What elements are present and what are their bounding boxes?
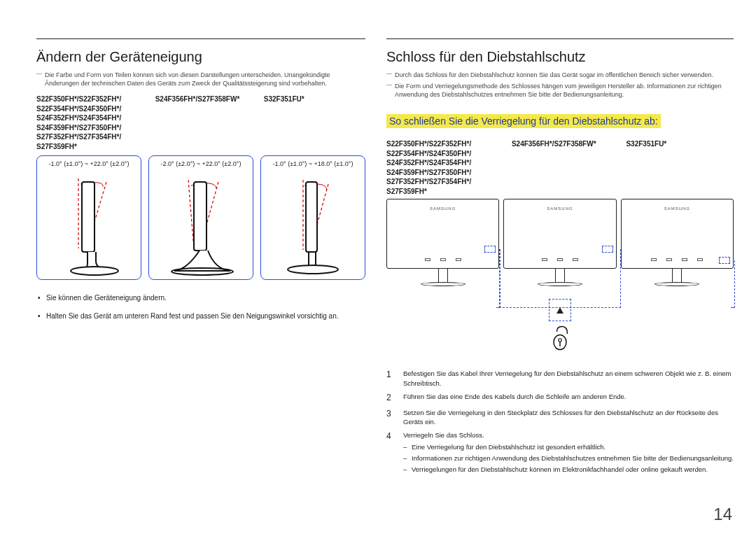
arrow-box — [549, 299, 571, 321]
lock-fig-1: SAMSUNG — [386, 199, 499, 355]
sub-dash-1: Eine Verriegelung für den Diebstahlschut… — [403, 442, 734, 451]
step-text: Führen Sie das eine Ende des Kabels durc… — [403, 392, 734, 404]
brand-logo: SAMSUNG — [504, 206, 615, 211]
tilt-spec-1: -1.0° (±1.0°) ~ +22.0° (±2.0°) — [40, 160, 138, 167]
tilt-bullets: Sie können die Geräteneigung ändern. Hal… — [36, 293, 365, 322]
page-number: 14 — [713, 505, 732, 524]
models-col3: S32F351FU* — [264, 94, 365, 151]
step-number: 4 — [386, 430, 396, 474]
tilt-illustration-icon — [47, 171, 131, 276]
lock-fig-2: SAMSUNG — [503, 199, 616, 355]
ports-icon — [387, 258, 498, 261]
padlock-icon — [550, 325, 570, 355]
tilt-figures-row: -1.0° (±1.0°) ~ +22.0° (±2.0°) -2.0° (±2… — [36, 155, 365, 280]
step-1: 1 Befestigen Sie das Kabel Ihrer Verrieg… — [386, 369, 734, 388]
step-number: 1 — [386, 369, 396, 388]
svg-rect-5 — [309, 252, 316, 266]
right-model-row: S22F350FH*/S22F352FH*/ S22F354FH*/S24F35… — [386, 139, 734, 196]
tilt-illustration-icon — [271, 171, 355, 276]
step-2: 2 Führen Sie das eine Ende des Kabels du… — [386, 392, 734, 404]
svg-rect-4 — [306, 182, 317, 252]
models-col2: S24F356FH*/S27F358FW* — [155, 94, 257, 151]
step-text: Verriegeln Sie das Schloss. Eine Verrieg… — [403, 430, 734, 474]
step-number: 3 — [386, 408, 396, 427]
sub-heading-lock: So schließen Sie die Verriegelung für de… — [386, 114, 661, 128]
ports-icon — [504, 258, 615, 261]
tilt-box-1: -1.0° (±1.0°) ~ +22.0° (±2.0°) — [36, 155, 141, 280]
lock-slot-icon — [719, 257, 730, 264]
steps-list: 1 Befestigen Sie das Kabel Ihrer Verrieg… — [386, 369, 734, 474]
step-3: 3 Setzen Sie die Verriegelung in den Ste… — [386, 408, 734, 427]
stand-icon — [555, 268, 565, 283]
r-models-col3: S32F351FU* — [626, 139, 734, 196]
step-4: 4 Verriegeln Sie das Schloss. Eine Verri… — [386, 430, 734, 474]
lock-figures-row: SAMSUNG SAMSUNG — [386, 199, 734, 355]
bullet-1: Sie können die Geräteneigung ändern. — [36, 293, 365, 304]
svg-point-1 — [71, 267, 118, 275]
svg-rect-2 — [194, 182, 206, 251]
stand-icon — [438, 268, 448, 283]
r-models-col1: S22F350FH*/S22F352FH*/ S22F354FH*/S24F35… — [386, 139, 505, 196]
right-column: Schloss für den Diebstahlschutz Durch da… — [386, 38, 734, 479]
tilt-fig-3 — [264, 171, 362, 276]
tilt-illustration-icon — [159, 171, 243, 276]
heading-tilt: Ändern der Geräteneigung — [36, 38, 365, 65]
step-4-text: Verriegeln Sie das Schloss. — [403, 431, 484, 439]
svg-point-6 — [288, 265, 338, 274]
brand-logo: SAMSUNG — [622, 206, 733, 211]
arrow-up-icon — [556, 307, 564, 314]
step-text: Befestigen Sie das Kabel Ihrer Verriegel… — [403, 369, 734, 388]
stand-base-icon — [654, 282, 699, 286]
note-lock-1: Durch das Schloss für den Diebstahlschut… — [386, 71, 734, 79]
tilt-spec-3: -1.0° (±1.0°) ~ +18.0° (±1.0°) — [264, 160, 362, 167]
stand-icon — [672, 268, 682, 283]
ports-icon — [622, 258, 733, 261]
note-lock-2: Die Form und Verriegelungsmethode des Sc… — [386, 82, 734, 99]
sub-dash-2: Informationen zur richtigen Anwendung de… — [403, 454, 734, 463]
monitor-back-icon: SAMSUNG — [503, 199, 616, 269]
lock-slot-icon — [484, 246, 496, 253]
monitor-back-icon: SAMSUNG — [621, 199, 734, 269]
lock-slot-icon — [602, 246, 613, 253]
step-text: Setzen Sie die Verriegelung in den Steck… — [403, 408, 734, 427]
brand-logo: SAMSUNG — [387, 206, 498, 211]
tilt-box-3: -1.0° (±1.0°) ~ +18.0° (±1.0°) — [260, 155, 365, 280]
bullet-2: Halten Sie das Gerät am unteren Rand fes… — [36, 311, 365, 322]
monitor-back-icon: SAMSUNG — [386, 199, 499, 269]
tilt-fig-2 — [152, 171, 250, 276]
heading-lock: Schloss für den Diebstahlschutz — [386, 38, 734, 65]
step-number: 2 — [386, 392, 396, 404]
stand-base-icon — [421, 282, 465, 286]
stand-base-icon — [538, 282, 582, 286]
left-model-row: S22F350FH*/S22F352FH*/ S22F354FH*/S24F35… — [36, 94, 365, 151]
svg-rect-0 — [82, 182, 94, 252]
left-column: Ändern der Geräteneigung Die Farbe und F… — [36, 38, 365, 479]
sub-dash-3: Verriegelungen für den Diebstahlschutz k… — [403, 465, 734, 474]
r-models-col2: S24F356FH*/S27F358FW* — [512, 139, 620, 196]
tilt-spec-2: -2.0° (±2.0°) ~ +22.0° (±2.0°) — [152, 160, 250, 167]
tilt-fig-1 — [40, 171, 138, 276]
note-tilt: Die Farbe und Form von Teilen können sic… — [36, 71, 365, 87]
models-col1: S22F350FH*/S22F352FH*/ S22F354FH*/S24F35… — [36, 94, 148, 151]
tilt-box-2: -2.0° (±2.0°) ~ +22.0° (±2.0°) — [148, 155, 253, 280]
lock-fig-3: SAMSUNG — [621, 199, 734, 355]
